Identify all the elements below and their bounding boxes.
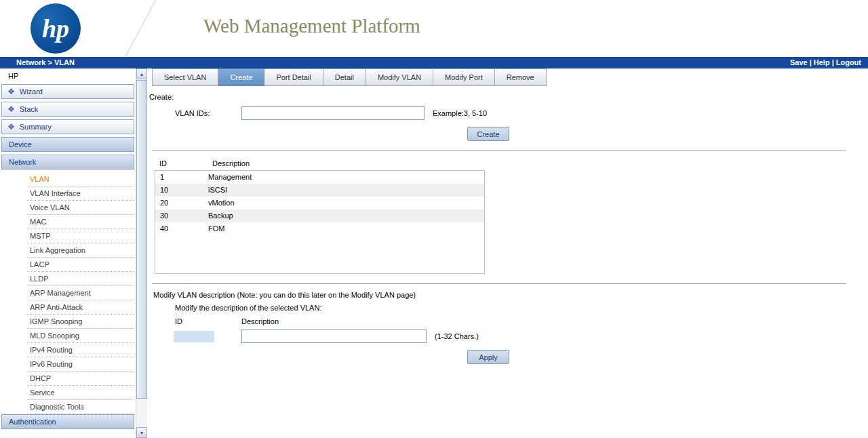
- cell-id: 10: [155, 184, 208, 197]
- diamond-icon: ❖: [7, 87, 15, 96]
- table-row[interactable]: 10 iSCSI: [155, 184, 484, 197]
- sidebar-item-wizard[interactable]: ❖ Wizard: [1, 84, 134, 99]
- table-row[interactable]: 20 vMotion: [155, 197, 484, 210]
- sidebar-item-arp-anti-attack[interactable]: ARP Anti-Attack: [27, 300, 134, 315]
- cell-id: 40: [155, 222, 208, 235]
- sidebar-item-vlan-interface[interactable]: VLAN Interface: [27, 186, 134, 201]
- link-separator: |: [810, 58, 812, 66]
- sidebar-item-ipv4-routing[interactable]: IPv4 Routing: [27, 343, 134, 357]
- sidebar-item-mstp[interactable]: MSTP: [27, 229, 134, 243]
- vlan-table: 1 Management 10 iSCSI 20 vMotion 30 Back…: [155, 170, 485, 274]
- sidebar-item-igmp-snooping[interactable]: IGMP Snooping: [27, 315, 134, 329]
- sidebar-item-dhcp[interactable]: DHCP: [27, 372, 134, 386]
- scroll-down-icon[interactable]: ▼: [136, 427, 147, 438]
- tab-port-detail[interactable]: Port Detail: [264, 68, 323, 86]
- sidebar-item-stack[interactable]: ❖ Stack: [1, 102, 134, 117]
- sidebar-section-network[interactable]: Network: [1, 155, 134, 170]
- tab-detail[interactable]: Detail: [323, 68, 366, 86]
- sidebar-item-service[interactable]: Service: [27, 386, 134, 400]
- modify-section-subheading: Modify the description of the selected V…: [175, 304, 868, 312]
- sidebar-scrollbar[interactable]: ▲ ▼: [136, 68, 147, 438]
- cell-id: 30: [155, 210, 208, 222]
- modify-id-label: ID: [175, 317, 241, 325]
- hp-logo: hp: [31, 3, 81, 54]
- modify-section-heading: Modify VLAN description (Note: you can d…: [153, 291, 868, 299]
- tab-create[interactable]: Create: [218, 68, 264, 86]
- description-chars-hint: (1-32 Chars.): [435, 332, 479, 340]
- cell-id: 20: [155, 197, 208, 210]
- vlan-table-header: ID Description: [159, 159, 868, 167]
- logout-link[interactable]: Logout: [836, 58, 861, 66]
- sidebar-item-voice-vlan[interactable]: Voice VLAN: [27, 201, 134, 215]
- tab-remove[interactable]: Remove: [495, 68, 547, 86]
- diamond-icon: ❖: [7, 122, 15, 132]
- tab-select-vlan[interactable]: Select VLAN: [152, 68, 218, 86]
- modify-form-row: (1-32 Chars.): [174, 330, 868, 343]
- sidebar-item-diagnostic-tools[interactable]: Diagnostic Tools: [27, 400, 134, 414]
- scroll-up-icon[interactable]: ▲: [136, 68, 147, 79]
- sidebar-item-label: Summary: [20, 123, 52, 131]
- sidebar: HP ❖ Wizard ❖ Stack ❖ Summary Device Net…: [0, 68, 136, 438]
- vlan-ids-label: VLAN IDs:: [175, 109, 241, 117]
- sidebar-root-label: HP: [0, 68, 136, 83]
- vlan-ids-form-row: VLAN IDs: Example:3, 5-10: [175, 106, 868, 120]
- sidebar-item-arp-management[interactable]: ARP Management: [27, 286, 134, 300]
- sidebar-section-device[interactable]: Device: [1, 137, 134, 152]
- cell-description: vMotion: [208, 197, 235, 210]
- hp-logo-text: hp: [42, 14, 69, 43]
- section-divider: [152, 151, 846, 151]
- scrollbar-thumb[interactable]: [136, 80, 147, 399]
- breadcrumb-bar: Network > VLAN Save|Help|Logout: [0, 57, 868, 68]
- sidebar-item-vlan[interactable]: VLAN: [27, 172, 134, 186]
- sidebar-item-summary[interactable]: ❖ Summary: [1, 119, 134, 134]
- modify-field-labels: ID Description: [175, 317, 868, 325]
- main-content: Select VLAN Create Port Detail Detail Mo…: [147, 68, 868, 438]
- sidebar-item-ipv6-routing[interactable]: IPv6 Routing: [27, 357, 134, 372]
- breadcrumb: Network > VLAN: [16, 57, 75, 68]
- vlan-ids-input[interactable]: [241, 106, 425, 120]
- cell-id: 1: [155, 171, 208, 184]
- sidebar-item-lldp[interactable]: LLDP: [27, 272, 134, 286]
- create-button-row: Create: [467, 127, 868, 141]
- app-header: hp Web Management Platform: [0, 0, 868, 57]
- table-row[interactable]: 40 FOM: [155, 222, 484, 235]
- create-button[interactable]: Create: [467, 127, 509, 141]
- sidebar-item-mld-snooping[interactable]: MLD Snooping: [27, 329, 134, 343]
- selected-vlan-id-field: [174, 331, 214, 342]
- column-header-id: ID: [159, 159, 212, 167]
- column-header-description: Description: [212, 159, 250, 167]
- apply-button-row: Apply: [467, 350, 868, 364]
- sidebar-item-label: Wizard: [20, 87, 43, 96]
- sidebar-item-link-aggregation[interactable]: Link Aggregation: [27, 243, 134, 258]
- save-link[interactable]: Save: [790, 58, 808, 66]
- modify-description-label: Description: [241, 317, 279, 325]
- cell-description: iSCSI: [208, 184, 227, 197]
- sidebar-item-mac[interactable]: MAC: [27, 215, 134, 229]
- top-links: Save|Help|Logout: [790, 57, 861, 68]
- cell-description: Management: [208, 171, 252, 184]
- vlan-description-input[interactable]: [241, 330, 427, 343]
- tab-modify-vlan[interactable]: Modify VLAN: [366, 68, 433, 86]
- sidebar-item-lacp[interactable]: LACP: [27, 258, 134, 272]
- header-diagonal-divider: [125, 0, 156, 57]
- link-separator: |: [832, 58, 834, 66]
- diamond-icon: ❖: [7, 104, 15, 114]
- cell-description: Backup: [208, 210, 233, 222]
- sidebar-section-authentication[interactable]: Authentication: [1, 414, 134, 429]
- table-row[interactable]: 1 Management: [155, 171, 484, 184]
- apply-button[interactable]: Apply: [467, 350, 509, 364]
- section-divider: [152, 283, 846, 284]
- sidebar-item-label: Stack: [20, 105, 39, 113]
- help-link[interactable]: Help: [814, 58, 830, 66]
- cell-description: FOM: [208, 222, 224, 235]
- tab-bar: Select VLAN Create Port Detail Detail Mo…: [147, 68, 868, 86]
- table-row[interactable]: 30 Backup: [155, 210, 484, 222]
- page-title: Web Management Platform: [203, 15, 420, 37]
- create-section-heading: Create:: [149, 93, 868, 101]
- vlan-ids-example-hint: Example:3, 5-10: [433, 109, 487, 117]
- tab-modify-port[interactable]: Modify Port: [433, 68, 495, 86]
